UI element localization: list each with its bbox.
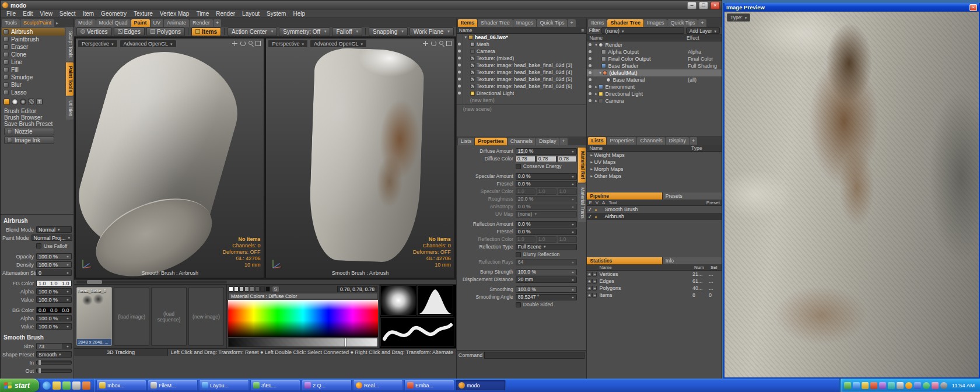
list-row-other-maps[interactable]: ▸Other Maps (587, 173, 722, 180)
tree-row-mesh[interactable]: Mesh (457, 41, 587, 48)
nozzle-button[interactable]: Nozzle (4, 128, 54, 135)
tray-icon[interactable] (844, 382, 851, 389)
column-name[interactable]: Name (459, 27, 473, 33)
tab-sculpt-paint[interactable]: Sculpt/Paint (20, 19, 54, 27)
symmetry-dropdown[interactable]: Symmetry: Off (279, 27, 330, 36)
task-modo[interactable]: modo (456, 380, 506, 391)
fg-alpha-field[interactable]: 100.0 % (36, 288, 72, 295)
add-icon[interactable]: + (587, 293, 592, 298)
tray-icon[interactable] (897, 382, 904, 389)
double-sided-checkbox[interactable] (516, 302, 521, 307)
stepper-icon[interactable] (570, 277, 575, 282)
value-preset-swatch[interactable] (229, 286, 233, 292)
visibility-eye-icon[interactable] (458, 64, 461, 66)
shader-row-alpha-output[interactable]: Alpha OutputAlpha (587, 48, 722, 55)
stepper-icon[interactable] (570, 295, 575, 300)
shader-row-final-color-output[interactable]: Final Color OutputFinal Color (587, 55, 722, 62)
vtab-paint-tools[interactable]: Paint Tools (66, 62, 74, 96)
anisotropy-field[interactable]: 0.0 % (516, 204, 578, 210)
add-tab-button[interactable]: + (559, 138, 567, 145)
column-effect[interactable]: Effect (687, 35, 719, 41)
add-icon[interactable]: + (587, 279, 592, 284)
visibility-eye-icon[interactable] (589, 64, 592, 67)
size-field[interactable]: 73 (36, 343, 72, 349)
brush-editor-link[interactable]: Brush Editor (2, 107, 65, 114)
zoom-icon[interactable] (249, 41, 253, 45)
color-gradient-field[interactable] (228, 300, 378, 337)
shading-mode-dropdown[interactable]: Advanced OpenGL (120, 40, 177, 48)
statistics-title[interactable]: Statistics (587, 257, 662, 264)
bg-value-field[interactable]: 100.0 % (36, 323, 72, 330)
stepper-icon[interactable] (570, 287, 575, 292)
remove-icon[interactable]: − (592, 286, 597, 290)
quick-launch-explorer-icon[interactable] (72, 382, 80, 390)
rotate-icon[interactable] (431, 41, 436, 46)
close-icon[interactable]: × (970, 4, 977, 11)
texture-preview-image[interactable] (724, 12, 979, 377)
reflection-color-g-field[interactable]: 1.0 (537, 236, 556, 243)
view-type-dropdown[interactable]: Perspective (78, 40, 118, 48)
stats-row-items[interactable]: +−Items80 (587, 292, 722, 299)
specular-color-b-field[interactable]: 1.0 (558, 188, 578, 195)
menu-item[interactable]: Item (79, 10, 97, 18)
vtab-material-trans[interactable]: Material Trans (578, 184, 586, 222)
remove-icon[interactable]: − (592, 279, 597, 284)
attenuation-steps-field[interactable]: 0 (36, 270, 72, 276)
column-name[interactable]: Name (589, 35, 603, 41)
tab-channels[interactable]: Channels (637, 137, 665, 145)
conserve-energy-checkbox[interactable] (516, 164, 521, 169)
snapping-dropdown[interactable]: Snapping (369, 27, 408, 36)
paint-mode-dropdown[interactable]: Normal Proj... (32, 235, 73, 241)
tray-icon[interactable] (870, 382, 877, 389)
value-preset-swatch[interactable] (244, 286, 249, 292)
pan-icon[interactable] (423, 41, 428, 46)
tree-row-scene[interactable]: ▾head_06.lwo* (457, 34, 587, 41)
tab-tools[interactable]: Tools (2, 19, 20, 27)
column-type[interactable]: Type (691, 145, 719, 151)
text-ink-button[interactable]: T (36, 99, 43, 105)
reflection-color-r-field[interactable]: 1.0 (516, 236, 536, 243)
shader-row-base-shader[interactable]: Base ShaderFull Shading (587, 62, 722, 69)
shader-row-default-mat[interactable]: ▾(defaultMat) (587, 69, 722, 76)
tab-properties[interactable]: Properties (475, 138, 507, 145)
tray-icon[interactable] (940, 382, 947, 389)
tab-items[interactable]: Items (588, 19, 607, 27)
preview-title-bar[interactable]: Image Preview × (724, 3, 979, 12)
tray-icon[interactable] (932, 382, 939, 389)
reflection-amount-field[interactable]: 0.0 % (516, 221, 578, 228)
add-tab-button[interactable]: + (690, 137, 697, 145)
stats-row-edges[interactable]: +−Edges61...... (587, 278, 722, 285)
column-name[interactable]: Name (589, 145, 603, 151)
fg-value-field[interactable]: 100.0 % (36, 296, 72, 303)
stepper-icon[interactable] (65, 262, 69, 267)
menu-render[interactable]: Render (212, 10, 239, 18)
tab-render[interactable]: Render (190, 19, 213, 27)
tab-channels[interactable]: Channels (508, 138, 536, 145)
stats-row-vertices[interactable]: +−Vertices21...... (587, 271, 722, 278)
tab-lists[interactable]: Lists (588, 137, 606, 145)
value-preset-swatch[interactable] (265, 286, 270, 292)
bg-color-field[interactable]: 0.0 0.0 0.0 (36, 307, 72, 313)
stepper-icon[interactable] (65, 344, 69, 349)
visibility-eye-icon[interactable] (589, 50, 592, 53)
visibility-eye-icon[interactable] (589, 71, 592, 74)
visible-dot-icon[interactable]: ● (593, 215, 598, 219)
hard-brush-tip-icon[interactable] (20, 99, 26, 105)
shader-row-base-material[interactable]: Base Material(all) (587, 76, 722, 83)
quick-launch-media-icon[interactable] (82, 382, 90, 390)
add-icon[interactable]: + (587, 286, 592, 290)
clip-thumbnail[interactable]: head_bake_fi 2048 x 2048, ... (76, 287, 112, 346)
specular-color-g-field[interactable]: 1.0 (537, 188, 556, 195)
menu-view[interactable]: View (36, 10, 56, 18)
visibility-eye-icon[interactable] (589, 85, 592, 88)
command-input[interactable] (484, 352, 584, 359)
tree-row-camera[interactable]: Camera (457, 48, 587, 55)
stepper-icon[interactable] (65, 316, 69, 321)
value-preset-swatch[interactable] (255, 286, 260, 292)
work-plane-dropdown[interactable]: Work Plane (410, 27, 454, 36)
add-tab-button[interactable]: + (698, 19, 706, 27)
action-center-dropdown[interactable]: Action Center (228, 27, 277, 36)
out-slider[interactable] (36, 369, 72, 373)
list-row-morph-maps[interactable]: ▸Morph Maps (587, 166, 722, 173)
stepper-icon[interactable] (570, 149, 575, 154)
